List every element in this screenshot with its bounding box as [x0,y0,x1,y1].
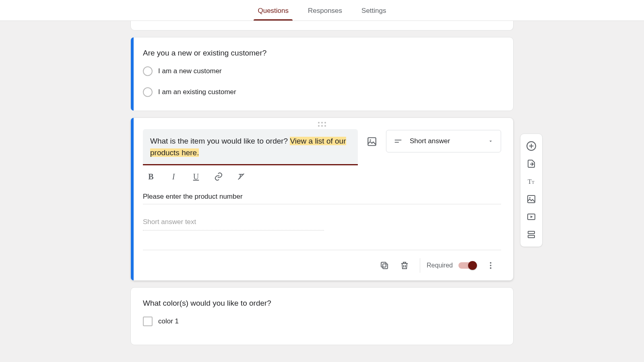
bold-button[interactable]: B [145,171,157,182]
import-icon [526,159,536,169]
add-video-button[interactable] [522,208,540,226]
svg-rect-21 [528,235,535,238]
form-canvas: Are you a new or existing customer? I am… [0,21,644,362]
radio-icon [143,87,153,97]
add-question-button[interactable] [522,137,540,155]
clear-format-icon [237,172,246,181]
short-answer-preview: Short answer text [143,218,324,230]
drag-handle-icon[interactable] [318,122,326,127]
required-label: Required [427,262,453,269]
section-icon [526,230,536,239]
add-image-button[interactable] [522,190,540,208]
radio-icon [143,66,153,76]
previous-card-edge [130,21,514,31]
short-answer-icon [394,137,402,146]
question-title: What color(s) would you like to order? [143,299,501,308]
underline-button[interactable]: U [190,171,202,182]
svg-point-10 [490,265,491,266]
option-label: I am a new customer [158,67,222,75]
svg-rect-20 [528,231,535,234]
text-format-toolbar: B I U [143,165,501,186]
trash-icon [400,261,409,270]
more-options-button[interactable] [482,257,500,274]
add-title-button[interactable]: TT [522,173,540,190]
question-footer: Required [143,250,501,280]
question-type-select[interactable]: Short answer [386,130,501,152]
option-label: color 1 [158,317,179,325]
svg-point-18 [529,197,530,198]
selection-indicator [131,37,134,111]
tab-responses[interactable]: Responses [298,7,352,21]
clear-formatting-button[interactable] [235,171,247,182]
radio-option[interactable]: I am an existing customer [143,87,501,97]
add-section-button[interactable] [522,226,540,243]
svg-point-9 [490,262,491,263]
question-card-editing[interactable]: What is the item you would like to order… [130,117,514,281]
title-icon: TT [526,177,536,186]
image-icon [367,136,377,147]
divider [420,258,420,273]
svg-point-11 [490,267,491,269]
svg-rect-5 [383,264,388,269]
svg-rect-17 [528,195,535,203]
image-icon [526,194,536,204]
svg-rect-0 [368,138,376,146]
link-icon [214,172,223,181]
duplicate-button[interactable] [376,257,393,274]
radio-option[interactable]: I am a new customer [143,66,501,76]
insert-link-button[interactable] [213,171,224,182]
checkbox-icon [143,317,153,326]
italic-button[interactable]: I [168,171,179,182]
more-vert-icon [486,261,495,270]
caret-down-icon [488,138,493,144]
question-description-input[interactable]: Please enter the product number [143,190,501,204]
question-card-colors[interactable]: What color(s) would you like to order? c… [130,287,514,345]
required-toggle[interactable] [458,262,476,269]
delete-button[interactable] [396,257,413,274]
option-label: I am an existing customer [158,88,236,96]
form-tabs: Questions Responses Settings [0,0,644,21]
checkbox-option[interactable]: color 1 [143,317,501,326]
selection-indicator [131,118,134,280]
toggle-knob [468,261,477,270]
video-icon [526,212,536,222]
add-image-button[interactable] [367,136,377,147]
tab-questions[interactable]: Questions [248,7,298,21]
svg-text:T: T [528,178,532,185]
svg-point-1 [370,140,371,141]
svg-rect-6 [381,262,386,267]
import-questions-button[interactable] [522,155,540,173]
tab-settings[interactable]: Settings [352,7,396,21]
question-title-input[interactable]: What is the item you would like to order… [143,129,358,165]
question-card-customer-type[interactable]: Are you a new or existing customer? I am… [130,37,514,111]
question-title-text: What is the item you would like to order… [150,137,290,145]
question-type-label: Short answer [410,137,481,145]
plus-circle-icon [526,141,537,151]
question-title: Are you a new or existing customer? [143,49,501,58]
duplicate-icon [380,261,389,270]
svg-text:T: T [532,180,535,185]
floating-toolbar: TT [520,134,543,247]
